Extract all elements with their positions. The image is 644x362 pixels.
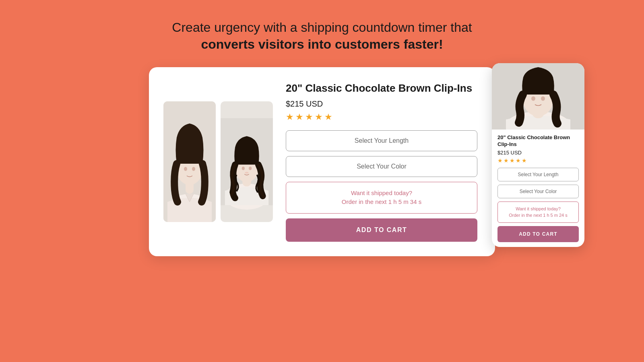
add-to-cart-button[interactable]: ADD TO CART [286, 218, 477, 242]
mobile-star-3: ★ [510, 157, 515, 164]
mobile-star-4: ★ [516, 157, 521, 164]
mobile-add-to-cart-button[interactable]: ADD TO CART [497, 226, 579, 242]
product-image-1 [163, 101, 216, 222]
mobile-product-card: 20" Classic Chocolate Brown Clip-Ins $21… [492, 63, 584, 247]
product-image-1-svg [163, 101, 216, 222]
mobile-star-5: ★ [522, 157, 527, 164]
svg-point-4 [184, 167, 187, 171]
mobile-select-length-button[interactable]: Select Your Length [497, 168, 579, 181]
mobile-star-2: ★ [504, 157, 509, 164]
mobile-timer-line1: Want it shipped today? [516, 206, 561, 211]
mobile-timer-line2: Order in the next 1 h 5 m 24 s [509, 213, 568, 218]
svg-point-17 [531, 97, 535, 101]
select-color-button[interactable]: Select Your Color [286, 156, 477, 177]
mobile-star-1: ★ [497, 157, 503, 164]
product-image-2 [221, 101, 273, 222]
star-2: ★ [295, 112, 303, 122]
main-area: 20" Classic Chocolate Brown Clip-Ins $21… [0, 67, 644, 256]
header-line2: converts visitors into customers faster! [172, 36, 472, 53]
product-title: 20" Classic Chocolate Brown Clip-Ins [286, 82, 477, 95]
svg-point-12 [245, 172, 249, 173]
mobile-product-image-svg [492, 63, 584, 130]
svg-point-5 [192, 167, 195, 171]
product-stars: ★ ★ ★ ★ ★ [286, 112, 477, 122]
svg-point-10 [242, 167, 245, 170]
select-length-button[interactable]: Select Your Length [286, 130, 477, 151]
mobile-product-title: 20" Classic Chocolate Brown Clip-Ins [497, 134, 579, 148]
product-info: 20" Classic Chocolate Brown Clip-Ins $21… [286, 82, 477, 242]
page-header: Create urgency with a shipping countdown… [172, 19, 472, 53]
mobile-product-price: $215 USD [497, 150, 579, 156]
star-4: ★ [315, 112, 323, 122]
svg-point-11 [249, 167, 252, 170]
timer-button[interactable]: Want it shipped today? Order in the next… [286, 182, 477, 214]
mobile-product-stars: ★ ★ ★ ★ ★ [497, 157, 579, 164]
star-1: ★ [286, 112, 294, 122]
timer-line1: Want it shipped today? [351, 189, 412, 196]
mobile-product-info: 20" Classic Chocolate Brown Clip-Ins $21… [492, 130, 584, 247]
star-3: ★ [305, 112, 313, 122]
desktop-product-card: 20" Classic Chocolate Brown Clip-Ins $21… [149, 67, 495, 256]
svg-point-18 [541, 97, 545, 101]
mobile-select-color-button[interactable]: Select Your Color [497, 185, 579, 198]
mobile-timer-button[interactable]: Want it shipped today? Order in the next… [497, 202, 579, 223]
header-line1: Create urgency with a shipping countdown… [172, 19, 472, 36]
product-price: $215 USD [286, 99, 477, 109]
product-images [163, 101, 273, 222]
timer-line2: Order in the next 1 h 5 m 34 s [342, 198, 421, 205]
product-image-2-svg [221, 101, 273, 222]
star-5: ★ [324, 112, 332, 122]
mobile-product-image [492, 63, 584, 130]
